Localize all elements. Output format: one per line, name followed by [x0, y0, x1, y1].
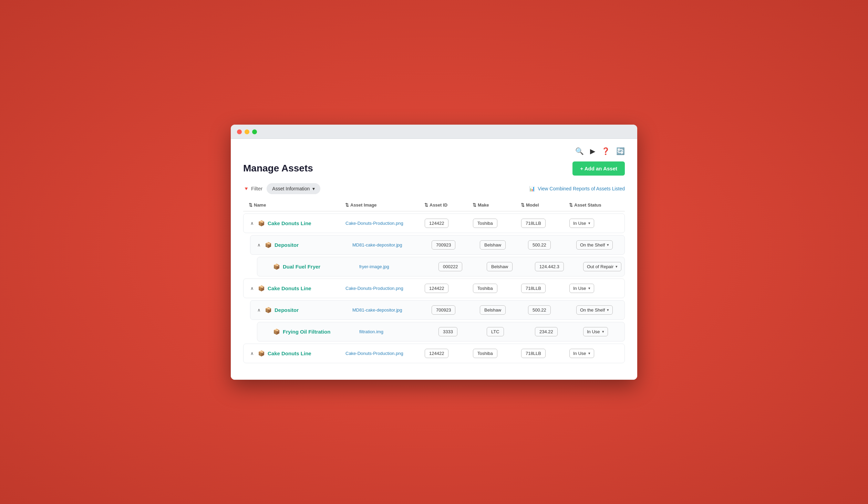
col-model[interactable]: ⇅ Model	[521, 202, 569, 208]
status-cell: On the Shelf ▾	[576, 240, 637, 250]
model-badge: 500.22	[528, 305, 551, 315]
make-badge: Toshiba	[473, 349, 497, 358]
status-dropdown[interactable]: In Use ▾	[569, 219, 594, 228]
asset-name[interactable]: Depositor	[275, 242, 299, 248]
image-cell: filtration.img	[359, 328, 438, 335]
col-status[interactable]: ⇅ Asset Status	[569, 202, 631, 208]
status-cell: Out of Repair ▾	[583, 262, 637, 271]
maximize-button[interactable]	[252, 129, 257, 134]
sort-icon: ⇅	[424, 202, 428, 208]
asset-image-link[interactable]: fryer-image.jpg	[359, 264, 389, 269]
make-cell: Toshiba	[473, 349, 521, 358]
asset-image-link[interactable]: MD81-cake-depositor.jpg	[352, 307, 402, 313]
asset-image-link[interactable]: Cake-Donuts-Production.png	[345, 351, 403, 356]
filter-left: 🔻 Filter Asset Information ▾	[243, 183, 320, 194]
table-header: ⇅ Name ⇅ Asset Image ⇅ Asset ID ⇅ Make ⇅…	[243, 202, 625, 211]
model-cell: 234.22	[535, 327, 583, 336]
model-badge: 718LLB	[521, 349, 546, 358]
play-icon[interactable]: ▶	[590, 147, 595, 155]
asset-icon: 📦	[265, 307, 272, 313]
asset-information-dropdown[interactable]: Asset Information ▾	[267, 183, 320, 194]
asset-name[interactable]: Depositor	[275, 307, 299, 313]
status-dropdown[interactable]: On the Shelf ▾	[576, 305, 613, 315]
add-asset-button[interactable]: + Add an Asset	[572, 161, 625, 176]
asset-name[interactable]: Cake Donuts Line	[268, 220, 311, 226]
expand-button[interactable]: ∧	[249, 220, 255, 227]
table-row: 📦 Dual Fuel Fryer fryer-image.jpg 000222…	[257, 257, 625, 276]
image-cell: MD81-cake-depositor.jpg	[352, 307, 432, 313]
model-badge: 124.442.3	[535, 262, 564, 271]
asset-name[interactable]: Dual Fuel Fryer	[283, 264, 320, 270]
asset-icon: 📦	[265, 242, 272, 248]
make-badge: Toshiba	[473, 284, 497, 293]
expand-button[interactable]: ∧	[249, 350, 255, 357]
model-cell: 718LLB	[521, 284, 569, 293]
expand-button[interactable]: ∧	[256, 307, 262, 313]
name-cell: 📦 Frying Oil Filtration	[263, 328, 359, 335]
browser-window: 🔍 ▶ ❓ 🔄 Manage Assets + Add an Asset 🔻 F…	[231, 125, 637, 380]
status-cell: In Use ▾	[569, 349, 631, 358]
minimize-button[interactable]	[245, 129, 249, 134]
refresh-icon[interactable]: 🔄	[616, 147, 625, 155]
status-dropdown[interactable]: On the Shelf ▾	[576, 240, 613, 250]
expand-button[interactable]: ∧	[249, 285, 255, 292]
asset-id-badge: 000222	[438, 262, 462, 271]
close-button[interactable]	[237, 129, 242, 134]
asset-image-link[interactable]: Cake-Donuts-Production.png	[345, 286, 403, 291]
col-image[interactable]: ⇅ Asset Image	[345, 202, 424, 208]
model-cell: 500.22	[528, 305, 576, 315]
asset-id-badge: 124422	[425, 284, 448, 293]
asset-name[interactable]: Frying Oil Filtration	[283, 329, 330, 335]
name-cell: ∧ 📦 Depositor	[256, 242, 352, 248]
make-cell: Belshaw	[487, 262, 535, 271]
status-dropdown[interactable]: In Use ▾	[569, 284, 594, 293]
make-badge: Belshaw	[480, 240, 506, 250]
model-cell: 500.22	[528, 240, 576, 250]
make-badge: Belshaw	[487, 262, 513, 271]
name-cell: ∧ 📦 Cake Donuts Line	[249, 350, 345, 357]
id-cell: 124422	[425, 349, 473, 358]
model-badge: 500.22	[528, 240, 551, 250]
asset-id-badge: 700923	[432, 240, 455, 250]
chevron-down-icon: ▾	[588, 351, 590, 356]
asset-icon: 📦	[273, 328, 280, 335]
table-row: ∧ 📦 Depositor MD81-cake-depositor.jpg 70…	[250, 235, 625, 255]
name-cell: ∧ 📦 Cake Donuts Line	[249, 285, 345, 292]
id-cell: 3333	[438, 327, 487, 336]
name-cell: ∧ 📦 Depositor	[256, 307, 352, 313]
page-header: Manage Assets + Add an Asset	[243, 161, 625, 176]
make-cell: Toshiba	[473, 284, 521, 293]
expand-button[interactable]: ∧	[256, 242, 262, 248]
col-make[interactable]: ⇅ Make	[473, 202, 521, 208]
table-row: ∧ 📦 Depositor MD81-cake-depositor.jpg 70…	[250, 300, 625, 320]
asset-name[interactable]: Cake Donuts Line	[268, 285, 311, 291]
window-controls	[237, 129, 631, 134]
status-cell: In Use ▾	[569, 284, 631, 293]
col-name[interactable]: ⇅ Name	[249, 202, 345, 208]
sort-icon: ⇅	[473, 202, 476, 208]
asset-name[interactable]: Cake Donuts Line	[268, 350, 311, 356]
make-cell: Belshaw	[480, 240, 528, 250]
asset-image-link[interactable]: MD81-cake-depositor.jpg	[352, 242, 402, 248]
model-cell: 124.442.3	[535, 262, 583, 271]
chevron-down-icon: ▾	[602, 329, 604, 334]
asset-image-link[interactable]: filtration.img	[359, 329, 383, 334]
status-cell: In Use ▾	[569, 219, 631, 228]
status-cell: On the Shelf ▾	[576, 305, 637, 315]
search-icon[interactable]: 🔍	[575, 147, 584, 155]
asset-image-link[interactable]: Cake-Donuts-Production.png	[345, 221, 403, 226]
sort-icon: ⇅	[345, 202, 349, 208]
name-cell: 📦 Dual Fuel Fryer	[263, 263, 359, 270]
asset-icon: 📦	[258, 220, 265, 227]
status-dropdown[interactable]: Out of Repair ▾	[583, 262, 621, 271]
status-dropdown[interactable]: In Use ▾	[583, 327, 608, 336]
help-icon[interactable]: ❓	[601, 147, 610, 155]
id-cell: 700923	[432, 240, 480, 250]
status-dropdown[interactable]: In Use ▾	[569, 349, 594, 358]
make-cell: Belshaw	[480, 305, 528, 315]
view-reports-link[interactable]: 📊 View Combined Reports of Assets Listed	[529, 186, 625, 191]
id-cell: 000222	[438, 262, 487, 271]
sort-icon: ⇅	[521, 202, 525, 208]
table-row: ∧ 📦 Cake Donuts Line Cake-Donuts-Product…	[243, 344, 625, 363]
col-asset-id[interactable]: ⇅ Asset ID	[424, 202, 473, 208]
